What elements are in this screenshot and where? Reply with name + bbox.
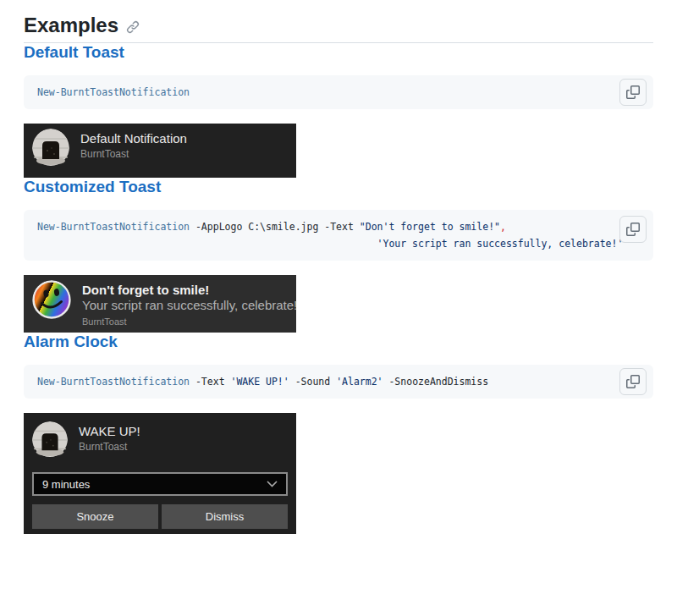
code-command: New-BurntToastNotification [37,221,190,233]
toast-text-block: Default Notification BurntToast [80,131,187,161]
snooze-button[interactable]: Snooze [32,504,158,529]
toast-header: Don't forget to smile! Your script ran s… [24,275,296,333]
section-heading-alarm-clock: Alarm Clock [24,333,653,351]
toast-title: Don't forget to smile! [82,283,288,298]
code-parameters: -Sound [289,376,336,388]
section-heading-customized-toast: Customized Toast [24,178,653,196]
code-indent [37,238,377,250]
toast-text-block: WAKE UP! BurntToast [79,424,140,454]
code-string: "Don't forget to smile!" [360,221,500,233]
toast-attribution: BurntToast [80,148,187,161]
code-comma: , [500,221,506,233]
code-block-customized: New-BurntToastNotification -AppLogo C:\s… [24,210,653,261]
code-text: New-BurntToastNotification -AppLogo C:\s… [37,218,640,252]
code-string: 'Alarm2' [336,376,383,388]
toast-header: Default Notification BurntToast [24,124,296,174]
documentation-page: Examples Default Toast New-BurntToastNot… [0,0,677,534]
dismiss-button[interactable]: Dismiss [162,504,288,529]
copy-icon [626,223,640,236]
code-text: New-BurntToastNotification [37,84,640,101]
chevron-down-icon [267,481,278,487]
code-parameters: -SnoozeAndDismiss [383,376,489,388]
toast-header: WAKE UP! BurntToast [32,421,288,460]
toast-body: Your script ran successfully, celebrate! [82,298,288,313]
snooze-interval-value: 9 minutes [42,478,90,491]
toast-text-block: Don't forget to smile! Your script ran s… [82,283,288,328]
copy-code-button[interactable] [619,79,647,106]
page-title-row: Examples [24,14,653,37]
burnt-toast-logo-icon [32,129,69,169]
toast-default-notification: Default Notification BurntToast [24,124,296,178]
toast-title: Default Notification [80,131,187,146]
toast-alarm-notification: WAKE UP! BurntToast 9 minutes Snooze Dis… [24,413,296,534]
code-text: New-BurntToastNotification -Text 'WAKE U… [37,373,640,390]
page-title: Examples [24,14,118,37]
code-block-alarm: New-BurntToastNotification -Text 'WAKE U… [24,365,653,399]
link-icon [126,20,140,34]
toast-customized-notification: Don't forget to smile! Your script ran s… [24,275,296,333]
heading-anchor-link[interactable] [126,20,140,34]
code-string: 'WAKE UP!' [230,376,289,388]
code-command: New-BurntToastNotification [37,86,190,98]
toast-title: WAKE UP! [79,424,140,439]
copy-icon [626,375,640,388]
toast-attribution: BurntToast [79,441,140,454]
code-string: 'Your script ran successfully, celebrate… [377,238,624,250]
copy-code-button[interactable] [619,368,647,395]
code-parameters: -AppLogo C:\smile.jpg -Text [190,221,360,233]
section-heading-default-toast: Default Toast [24,43,653,62]
toast-attribution: BurntToast [82,316,288,328]
burnt-toast-logo-icon [32,421,68,460]
toast-action-buttons: Snooze Dismiss [32,504,288,529]
code-parameters: -Text [190,376,230,388]
code-command: New-BurntToastNotification [37,376,190,388]
code-block-default: New-BurntToastNotification [24,75,653,109]
copy-icon [626,85,640,99]
rainbow-smiley-logo-icon [32,280,71,322]
snooze-interval-select[interactable]: 9 minutes [32,472,288,496]
copy-code-button[interactable] [619,216,647,243]
